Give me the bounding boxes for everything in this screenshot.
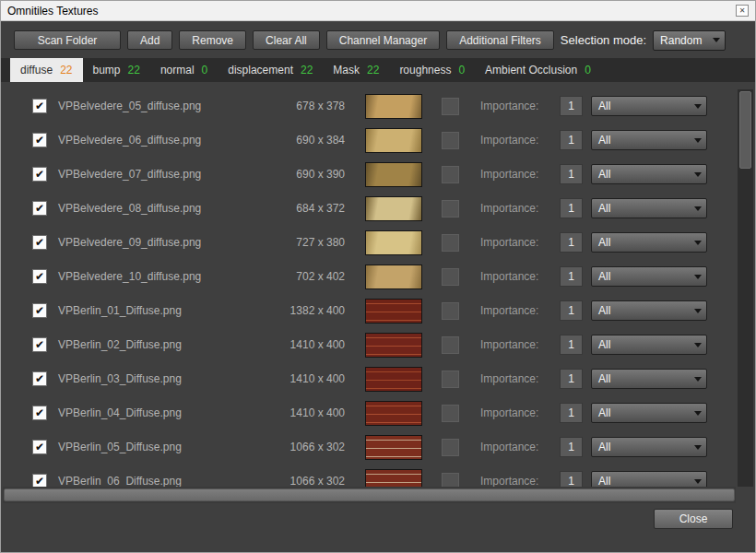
row-color-swatch[interactable] [442, 336, 459, 354]
toolbar-button-additional-filters[interactable]: Additional Filters [446, 30, 554, 50]
row-filter-value: All [592, 270, 690, 283]
tab-displacement[interactable]: displacement22 [218, 58, 323, 82]
row-color-swatch[interactable] [442, 473, 459, 487]
row-thumbnail[interactable] [365, 230, 422, 255]
row-thumbnail[interactable] [365, 196, 422, 221]
row-checkbox[interactable]: ✔ [32, 167, 47, 182]
toolbar-button-remove[interactable]: Remove [179, 30, 246, 50]
row-thumbnail[interactable] [365, 367, 422, 392]
row-filter-value: All [592, 372, 690, 385]
row-thumbnail[interactable] [365, 401, 422, 426]
row-importance-value[interactable]: 1 [560, 335, 583, 355]
row-importance-value[interactable]: 1 [560, 266, 583, 287]
row-filter-dropdown[interactable]: All [591, 130, 707, 150]
row-filter-dropdown[interactable]: All [591, 96, 707, 116]
chevron-down-icon [690, 472, 706, 487]
row-checkbox[interactable]: ✔ [32, 269, 47, 284]
row-thumbnail[interactable] [365, 162, 422, 187]
row-color-swatch[interactable] [442, 234, 459, 252]
horizontal-scrollbar-thumb[interactable] [4, 488, 735, 501]
row-checkbox[interactable]: ✔ [32, 474, 47, 487]
row-filter-value: All [592, 100, 690, 112]
row-color-swatch[interactable] [442, 166, 459, 183]
row-thumbnail[interactable] [365, 469, 422, 487]
row-importance-value[interactable]: 1 [560, 369, 583, 389]
row-color-swatch[interactable] [442, 405, 459, 422]
chevron-down-icon [690, 301, 706, 320]
toolbar-button-scan-folder[interactable]: Scan Folder [14, 30, 121, 50]
row-checkbox[interactable]: ✔ [32, 371, 47, 386]
row-importance-label: Importance: [480, 338, 538, 351]
toolbar-button-add[interactable]: Add [127, 30, 172, 50]
tab-roughness[interactable]: roughness0 [389, 58, 475, 82]
row-importance-label: Importance: [480, 304, 538, 317]
row-filter-dropdown[interactable]: All [591, 300, 707, 321]
row-checkbox[interactable]: ✔ [32, 303, 47, 318]
vertical-scrollbar[interactable] [738, 89, 753, 487]
row-color-swatch[interactable] [442, 439, 459, 456]
row-filter-dropdown[interactable]: All [591, 266, 707, 287]
row-filename: VPBelvedere_08_diffuse.png [58, 202, 201, 215]
row-color-swatch[interactable] [442, 302, 459, 320]
row-importance-value[interactable]: 1 [560, 300, 583, 321]
row-checkbox[interactable]: ✔ [32, 235, 47, 250]
row-thumbnail[interactable] [365, 299, 422, 324]
row-checkbox[interactable]: ✔ [32, 406, 47, 420]
row-importance-label: Importance: [480, 168, 538, 181]
row-importance-value[interactable]: 1 [560, 437, 583, 457]
tab-mask[interactable]: Mask22 [323, 58, 389, 82]
row-filter-dropdown[interactable]: All [591, 232, 707, 253]
row-color-swatch[interactable] [442, 268, 459, 286]
row-filename: VPBerlin_03_Diffuse.png [58, 372, 182, 385]
row-color-swatch[interactable] [442, 371, 459, 388]
texture-list[interactable]: ✔VPBelvedere_05_diffuse.png678 x 378Impo… [1, 89, 736, 487]
row-filter-dropdown[interactable]: All [591, 403, 707, 423]
row-importance-value[interactable]: 1 [560, 164, 583, 184]
row-thumbnail[interactable] [365, 128, 422, 153]
row-importance-value[interactable]: 1 [560, 130, 583, 150]
toolbar-button-clear-all[interactable]: Clear All [253, 30, 320, 50]
close-button[interactable]: Close [654, 509, 733, 529]
tab-count: 22 [301, 64, 313, 76]
row-filter-dropdown[interactable]: All [591, 437, 707, 457]
tab-ambient-occlusion[interactable]: Ambient Occlusion0 [475, 58, 601, 82]
row-filename: VPBerlin_02_Diffuse.png [58, 338, 182, 351]
selection-mode-dropdown[interactable]: Random [653, 30, 726, 51]
row-filter-dropdown[interactable]: All [591, 369, 707, 389]
row-checkbox[interactable]: ✔ [32, 201, 47, 216]
tab-count: 0 [458, 64, 465, 76]
row-checkbox[interactable]: ✔ [32, 133, 47, 147]
row-importance-value[interactable]: 1 [560, 232, 583, 253]
row-thumbnail[interactable] [365, 435, 422, 460]
row-thumbnail[interactable] [365, 94, 422, 119]
row-filter-dropdown[interactable]: All [591, 198, 707, 218]
vertical-scrollbar-thumb[interactable] [739, 91, 751, 169]
chevron-down-icon [690, 404, 706, 422]
horizontal-scrollbar[interactable] [3, 487, 736, 503]
row-importance-value[interactable]: 1 [560, 403, 583, 423]
row-color-swatch[interactable] [442, 132, 459, 149]
row-thumbnail[interactable] [365, 333, 422, 358]
tab-normal[interactable]: normal0 [150, 58, 218, 82]
row-filter-dropdown[interactable]: All [591, 164, 707, 184]
row-size: 690 x 390 [262, 168, 345, 181]
tab-count: 0 [585, 64, 591, 76]
title-bar[interactable]: Omnitiles Textures ✕ [1, 1, 755, 21]
toolbar-button-channel-manager[interactable]: Channel Manager [326, 30, 440, 50]
row-importance-value[interactable]: 1 [560, 471, 583, 487]
tab-label: diffuse [20, 64, 53, 76]
row-importance-value[interactable]: 1 [560, 198, 583, 218]
row-checkbox[interactable]: ✔ [32, 99, 47, 113]
tab-bump[interactable]: bump22 [83, 58, 150, 82]
window-close-icon[interactable]: ✕ [736, 5, 749, 17]
row-checkbox[interactable]: ✔ [32, 440, 47, 454]
tab-diffuse[interactable]: diffuse22 [10, 58, 83, 82]
row-checkbox[interactable]: ✔ [32, 337, 47, 352]
row-color-swatch[interactable] [442, 200, 459, 218]
row-filter-dropdown[interactable]: All [591, 335, 707, 355]
row-importance-value[interactable]: 1 [560, 96, 583, 116]
row-filter-dropdown[interactable]: All [591, 471, 707, 487]
row-color-swatch[interactable] [442, 98, 459, 115]
window-title: Omnitiles Textures [7, 5, 736, 18]
row-thumbnail[interactable] [365, 265, 422, 289]
